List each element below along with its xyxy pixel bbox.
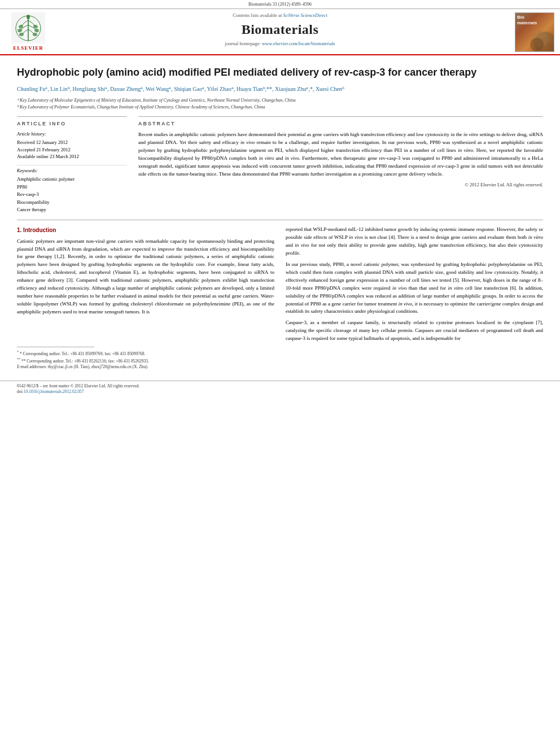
bottom-bar: 0142-9612/$ – see front matter © 2012 El… [0,381,560,399]
footnote-starstar: ** ** Corresponding author. Tel.: +86 43… [17,357,274,364]
abstract-text: Recent studies in amphiphilic cationic p… [138,131,543,178]
journal-title: Biomaterials [56,20,504,40]
keyword-4: Biocompatibility [17,199,127,207]
copyright-text: © 2012 Elsevier Ltd. All rights reserved… [138,182,543,189]
body-right-col: reported that WSLP-mediated mIL-12 inhib… [286,226,543,370]
logo-art-icon [526,23,554,51]
doi-text: doi:10.1016/j.biomaterials.2012.02.057 [17,389,543,395]
footnote-star: * * Corresponding author. Tel.: +86 431 … [17,350,274,357]
affiliation-b: ᵇ Key Laboratory of Polymer Ecomaterials… [17,104,543,111]
journal-header: Biomaterials 33 (2012) 4589–4596 [0,0,560,55]
keyword-5: Cancer therapy [17,206,127,214]
section-divider [17,220,543,220]
keywords-label: Keywords: [17,168,127,174]
homepage-link[interactable]: www.elsevier.com/locate/biomaterials [262,41,335,46]
citation-text: Biomaterials 33 (2012) 4589–4596 [248,2,312,7]
intro-para4: Caspase-3, as a member of caspase family… [286,319,543,343]
journal-center: Contents lists available at SciVerse Sci… [51,12,509,47]
intro-para3: In our previous study, PP80, a novel cat… [286,261,543,316]
affiliations: ᵃ Key Laboratory of Molecular Epigenetic… [17,97,543,111]
keyword-3: Rev-casp-3 [17,191,127,199]
elsevier-brand-text: ELSEVIER [13,45,43,52]
received-date: Received 12 January 2012 [17,139,127,146]
authors-text: Chunling Fuᵃ, Lin Linᵇ, Hengliang Shiᵃ, … [17,86,344,92]
journal-homepage: journal homepage: www.elsevier.com/locat… [56,41,504,47]
svg-point-9 [27,15,30,19]
doi-link[interactable]: 10.1016/j.biomaterials.2012.02.057 [24,389,84,394]
elsevier-tree-icon [11,12,45,43]
history-label: Article history: [17,131,127,138]
intro-heading: 1. Introduction [17,226,274,235]
keywords-section: Keywords: Amphiphilic cationic polymer P… [17,165,127,214]
intro-para1: Cationic polymers are important non-vira… [17,238,274,316]
sciverse-link[interactable]: SciVerse ScienceDirect [283,12,327,18]
sciverse-line: Contents lists available at SciVerse Sci… [56,12,504,19]
footnote-email: E-mail addresses: thy@ciac.jl.cn (H. Tia… [17,364,274,370]
keyword-2: PP80 [17,184,127,191]
accepted-date: Accepted 21 February 2012 [17,146,127,154]
abstract-col: ABSTRACT Recent studies in amphiphilic c… [138,116,543,214]
authors-line: Chunling Fuᵃ, Lin Linᵇ, Hengliang Shiᵃ, … [17,85,543,94]
abstract-label: ABSTRACT [138,120,543,128]
article-info-col: ARTICLE INFO Article history: Received 1… [17,116,127,214]
article-title: Hydrophobic poly (amino acid) modified P… [17,65,543,79]
keyword-1: Amphiphilic cationic polymer [17,176,127,184]
main-content: Hydrophobic poly (amino acid) modified P… [0,58,560,376]
elsevier-logo: ELSEVIER [6,12,51,52]
biomaterials-logo: Biomaterials [515,12,554,52]
available-date: Available online 23 March 2012 [17,153,127,160]
svg-point-12 [530,38,544,51]
footnote-divider [17,347,94,347]
affiliation-a: ᵃ Key Laboratory of Molecular Epigenetic… [17,97,543,104]
article-history: Article history: Received 12 January 201… [17,131,127,160]
article-info-label: ARTICLE INFO [17,120,127,128]
homepage-label: journal homepage: [225,41,262,46]
body-section: 1. Introduction Cationic polymers are im… [17,226,543,370]
intro-para2: reported that WSLP-mediated mIL-12 inhib… [286,226,543,257]
biomaterials-logo-box: Biomaterials [509,12,554,52]
doi-label: doi: [17,389,24,394]
license-text: 0142-9612/$ – see front matter © 2012 El… [17,383,543,390]
citation-line: Biomaterials 33 (2012) 4589–4596 [0,0,560,9]
footnotes-area: * * Corresponding author. Tel.: +86 431 … [17,320,274,370]
info-abstract-section: ARTICLE INFO Article history: Received 1… [17,116,543,214]
journal-top-bar: ELSEVIER Contents lists available at Sci… [0,9,560,52]
body-left-col: 1. Introduction Cationic polymers are im… [17,226,274,370]
